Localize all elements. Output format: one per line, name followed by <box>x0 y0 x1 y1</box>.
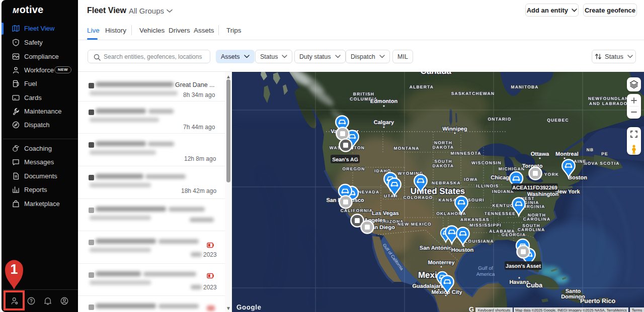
svg-text:NEBRASKA: NEBRASKA <box>432 180 461 185</box>
svg-text:ARKANSAS: ARKANSAS <box>460 217 490 222</box>
svg-text:BRITISH: BRITISH <box>353 91 374 96</box>
svg-text:ILLINOIS: ILLINOIS <box>476 183 499 188</box>
svg-text:OREGON: OREGON <box>343 166 365 171</box>
svg-text:CAROLINA: CAROLINA <box>518 227 545 232</box>
svg-text:Jason's Asset: Jason's Asset <box>506 263 541 269</box>
svg-text:DAKOTA: DAKOTA <box>433 163 454 168</box>
svg-text:Winnipeg: Winnipeg <box>442 126 467 132</box>
svg-text:Washington: Washington <box>527 191 559 197</box>
svg-text:WISCONSIN: WISCONSIN <box>471 160 502 165</box>
svg-text:INDIANA: INDIANA <box>492 189 514 194</box>
svg-text:PE: PE <box>601 151 608 156</box>
svg-text:Gulf of: Gulf of <box>478 266 493 271</box>
svg-text:ALBERTA: ALBERTA <box>410 84 434 89</box>
svg-text:NEVADA: NEVADA <box>358 189 379 194</box>
svg-text:SASKATCHEWAN: SASKATCHEWAN <box>451 91 495 96</box>
svg-text:MINNESOTA: MINNESOTA <box>450 151 481 156</box>
svg-text:NB: NB <box>587 147 594 152</box>
svg-text:Las Vegas: Las Vegas <box>372 211 399 217</box>
svg-text:TENNESSEE: TENNESSEE <box>485 211 516 216</box>
svg-text:MANITOBA: MANITOBA <box>511 84 538 89</box>
svg-text:Google: Google <box>236 303 262 311</box>
svg-text:G: G <box>469 305 474 312</box>
svg-text:MISSISSIPPI: MISSISSIPPI <box>469 223 502 228</box>
svg-text:Map data ©2025 Google, INEGI I: Map data ©2025 Google, INEGI Imagery ©20… <box>515 308 627 312</box>
svg-text:Guadalajara: Guadalajara <box>413 283 445 289</box>
svg-text:Edmonton: Edmonton <box>370 98 398 105</box>
svg-text:Ottawa: Ottawa <box>531 151 550 157</box>
svg-text:Houston: Houston <box>451 247 474 253</box>
svg-text:New York: New York <box>555 189 580 195</box>
svg-text:IOWA: IOWA <box>464 177 477 182</box>
svg-text:San Antonio: San Antonio <box>420 245 452 251</box>
svg-text:GEORGIA: GEORGIA <box>502 232 526 237</box>
svg-text:Cuba: Cuba <box>526 281 543 289</box>
svg-text:NOVA SCOTIA: NOVA SCOTIA <box>584 161 619 166</box>
svg-text:Terms: Terms <box>632 308 642 312</box>
svg-text:Monterrey: Monterrey <box>428 260 455 266</box>
svg-text:Sean's AG: Sean's AG <box>332 157 358 163</box>
svg-text:Montreal: Montreal <box>555 151 579 157</box>
svg-text:CAROLINA: CAROLINA <box>523 217 550 222</box>
svg-text:1: 1 <box>10 262 18 277</box>
svg-text:Keyboard shortcuts: Keyboard shortcuts <box>478 308 511 312</box>
svg-text:MICHIGAN: MICHIGAN <box>499 166 525 171</box>
svg-text:QUEBEC: QUEBEC <box>547 118 569 123</box>
svg-text:NEW MEXICO: NEW MEXICO <box>397 222 432 227</box>
svg-text:AND LABRADOR: AND LABRADOR <box>589 101 631 106</box>
svg-text:ACEA11FD392269: ACEA11FD392269 <box>512 185 557 191</box>
svg-text:Puerto Rico: Puerto Rico <box>580 297 616 304</box>
svg-text:Calgary: Calgary <box>374 120 394 126</box>
svg-text:Boston: Boston <box>568 175 587 181</box>
svg-text:Canada: Canada <box>421 72 452 76</box>
svg-text:LOUISIANA: LOUISIANA <box>465 239 494 244</box>
svg-text:MONTANA: MONTANA <box>393 146 419 151</box>
svg-text:NEWFOUNDLAND: NEWFOUNDLAND <box>588 96 632 101</box>
svg-text:DAKOTA: DAKOTA <box>433 145 454 150</box>
svg-text:ONTARIO: ONTARIO <box>488 117 512 122</box>
svg-text:America: America <box>476 272 495 277</box>
